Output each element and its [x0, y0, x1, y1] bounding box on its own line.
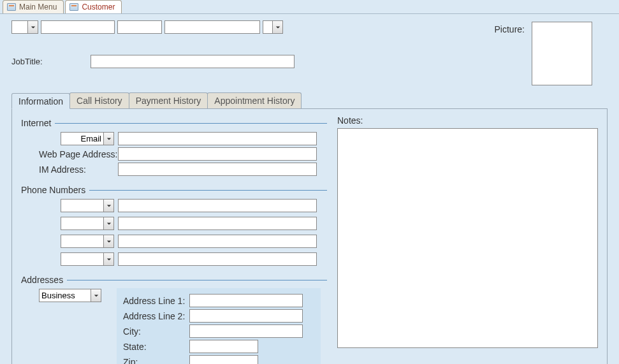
prefix-combo[interactable] — [11, 20, 38, 34]
email-input[interactable] — [118, 132, 317, 145]
form-icon — [7, 3, 16, 11]
dropdown-arrow-icon[interactable] — [103, 200, 113, 212]
address-city-label: City: — [123, 326, 189, 337]
address-line2-input[interactable] — [189, 309, 303, 323]
tab-information[interactable]: Information — [11, 93, 70, 109]
phone-type-3-input[interactable] — [61, 235, 103, 247]
tab-payment-history[interactable]: Payment History — [129, 92, 208, 108]
address-panel: Address Line 1: Address Line 2: City: St… — [117, 288, 321, 364]
phone-row-4 — [39, 252, 327, 266]
address-line2-label: Address Line 2: — [123, 311, 189, 321]
tab-customer-label: Customer — [82, 3, 115, 11]
dropdown-arrow-icon[interactable] — [103, 133, 113, 145]
phone-type-2-input[interactable] — [61, 217, 103, 229]
address-line1-input[interactable] — [189, 294, 303, 307]
first-name-input[interactable] — [41, 20, 115, 34]
last-name-input[interactable] — [164, 20, 260, 34]
email-type-input[interactable] — [61, 133, 103, 145]
suffix-input[interactable] — [263, 21, 272, 33]
section-phone-label: Phone Numbers — [21, 185, 89, 195]
dropdown-arrow-icon[interactable] — [272, 21, 282, 33]
phone-type-4-combo[interactable] — [61, 252, 114, 266]
email-type-combo[interactable] — [61, 132, 114, 145]
phone-type-4-input[interactable] — [61, 253, 103, 265]
suffix-combo[interactable] — [263, 20, 283, 34]
detail-tab-row: Information Call History Payment History… — [11, 92, 608, 109]
address-city-row: City: — [123, 324, 314, 338]
address-state-label: State: — [123, 342, 189, 352]
dropdown-arrow-icon[interactable] — [91, 289, 101, 302]
dropdown-arrow-icon[interactable] — [27, 21, 38, 33]
phone-grid — [21, 199, 327, 266]
address-city-input[interactable] — [189, 324, 303, 338]
section-internet: Internet — [21, 118, 327, 128]
web-row: Web Page Address: — [39, 147, 327, 161]
tab-main-menu-label: Main Menu — [19, 3, 57, 11]
dropdown-arrow-icon[interactable] — [103, 235, 113, 247]
web-label: Web Page Address: — [39, 149, 118, 159]
im-row: IM Address: — [39, 163, 327, 176]
name-fields — [11, 20, 283, 34]
customer-form: Picture: JobTitle: Information Call Hist… — [0, 14, 619, 364]
section-internet-label: Internet — [21, 118, 55, 128]
address-state-input[interactable] — [189, 340, 258, 353]
job-title-row: JobTitle: — [11, 55, 608, 68]
email-type-cell — [39, 132, 118, 145]
job-title-input[interactable] — [91, 55, 295, 68]
notes-label: Notes: — [337, 115, 598, 126]
divider — [67, 280, 327, 280]
detail-tabs: Information Call History Payment History… — [11, 92, 608, 364]
email-row — [39, 132, 327, 145]
web-input[interactable] — [118, 147, 317, 161]
address-zip-input[interactable] — [189, 355, 258, 364]
im-label: IM Address: — [39, 164, 118, 175]
section-phone: Phone Numbers — [21, 185, 327, 195]
prefix-input[interactable] — [12, 21, 27, 33]
picture-label: Picture: — [495, 24, 525, 34]
tab-main-menu[interactable]: Main Menu — [3, 0, 64, 13]
dropdown-arrow-icon[interactable] — [103, 217, 113, 229]
tab-content-information: Internet Web Page Address: — [11, 109, 608, 364]
picture-box[interactable] — [532, 22, 592, 85]
phone-value-2-input[interactable] — [118, 217, 317, 230]
middle-name-input[interactable] — [117, 20, 162, 34]
app-tab-bar: Main Menu Customer — [0, 0, 619, 14]
tab-appointment-history[interactable]: Appointment History — [207, 92, 302, 108]
phone-row-1 — [39, 199, 327, 212]
right-column: Notes: — [337, 115, 598, 364]
phone-type-2-combo[interactable] — [61, 217, 114, 230]
section-addresses: Addresses — [21, 275, 327, 285]
phone-value-1-input[interactable] — [118, 199, 317, 212]
phone-type-1-input[interactable] — [61, 200, 103, 212]
name-header: Picture: — [11, 20, 608, 52]
dropdown-arrow-icon[interactable] — [103, 253, 113, 265]
address-line1-label: Address Line 1: — [123, 296, 189, 306]
im-input[interactable] — [118, 163, 317, 176]
phone-row-3 — [39, 235, 327, 248]
address-type-combo[interactable] — [39, 289, 101, 302]
phone-type-1-combo[interactable] — [61, 199, 114, 212]
left-column: Internet Web Page Address: — [21, 115, 327, 364]
tab-customer[interactable]: Customer — [65, 0, 122, 13]
phone-value-3-input[interactable] — [118, 235, 317, 248]
address-type-input[interactable] — [40, 289, 91, 302]
phone-row-2 — [39, 217, 327, 230]
divider — [89, 190, 327, 191]
address-zip-label: Zip: — [123, 357, 189, 365]
job-title-label: JobTitle: — [11, 57, 87, 66]
phone-value-4-input[interactable] — [118, 252, 317, 266]
section-addresses-label: Addresses — [21, 275, 67, 285]
address-line1-row: Address Line 1: — [123, 294, 314, 307]
notes-textarea[interactable] — [337, 128, 598, 348]
form-icon — [69, 3, 78, 11]
phone-type-3-combo[interactable] — [61, 235, 114, 248]
address-line2-row: Address Line 2: — [123, 309, 314, 323]
address-state-row: State: — [123, 340, 314, 353]
divider — [55, 123, 327, 124]
tab-call-history[interactable]: Call History — [69, 92, 129, 108]
address-zip-row: Zip: — [123, 355, 314, 364]
